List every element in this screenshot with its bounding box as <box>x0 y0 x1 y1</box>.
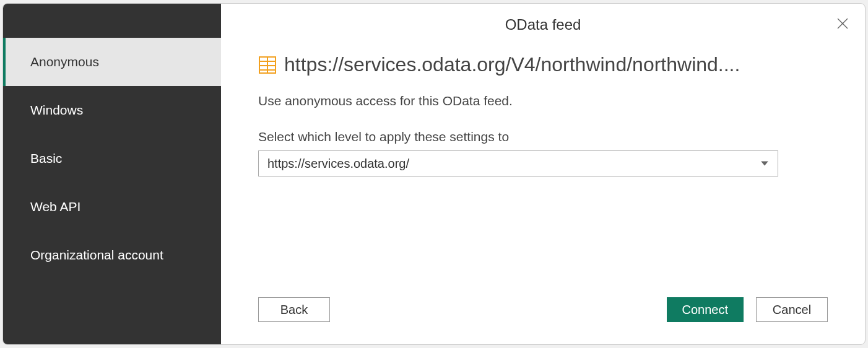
level-label: Select which level to apply these settin… <box>258 129 828 144</box>
svg-rect-10 <box>268 71 275 72</box>
svg-rect-8 <box>268 66 275 69</box>
level-select[interactable]: https://services.odata.org/ <box>258 150 778 176</box>
sidebar-item-label: Basic <box>30 151 62 165</box>
sidebar-item-organizational-account[interactable]: Organizational account <box>3 231 221 279</box>
svg-rect-7 <box>260 66 267 69</box>
table-icon <box>258 56 277 74</box>
sidebar-item-anonymous[interactable]: Anonymous <box>3 38 221 86</box>
sidebar-item-web-api[interactable]: Web API <box>3 183 221 231</box>
auth-type-sidebar: Anonymous Windows Basic Web API Organiza… <box>3 4 221 344</box>
sidebar-item-label: Windows <box>30 103 83 117</box>
dialog-footer: Back Connect Cancel <box>221 297 865 344</box>
svg-rect-5 <box>260 62 267 65</box>
feed-url: https://services.odata.org/V4/northwind/… <box>284 53 740 76</box>
sidebar-item-basic[interactable]: Basic <box>3 134 221 183</box>
connect-button[interactable]: Connect <box>667 297 744 322</box>
back-button[interactable]: Back <box>258 297 330 322</box>
dialog-title: OData feed <box>221 16 865 33</box>
cancel-button[interactable]: Cancel <box>756 297 828 322</box>
sidebar-item-label: Web API <box>30 199 80 214</box>
url-row: https://services.odata.org/V4/northwind/… <box>258 53 828 76</box>
close-icon <box>835 16 850 31</box>
svg-marker-11 <box>761 162 768 166</box>
odata-feed-dialog: Anonymous Windows Basic Web API Organiza… <box>2 3 866 345</box>
content-area: https://services.odata.org/V4/northwind/… <box>221 38 865 297</box>
svg-rect-4 <box>268 58 275 61</box>
sidebar-item-label: Anonymous <box>30 54 99 69</box>
svg-rect-3 <box>260 58 267 61</box>
auth-description: Use anonymous access for this OData feed… <box>258 94 828 108</box>
close-button[interactable] <box>835 16 850 31</box>
dialog-header: OData feed <box>221 4 865 38</box>
main-panel: OData feed <box>221 4 865 344</box>
level-select-value: https://services.odata.org/ <box>267 157 409 171</box>
svg-rect-6 <box>268 62 275 65</box>
svg-rect-9 <box>260 71 267 72</box>
sidebar-item-windows[interactable]: Windows <box>3 86 221 134</box>
chevron-down-icon <box>760 159 769 168</box>
sidebar-item-label: Organizational account <box>30 248 163 262</box>
